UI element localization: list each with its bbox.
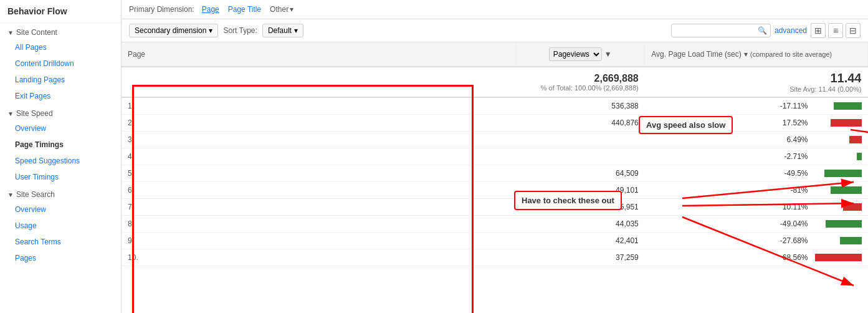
chevron-down-icon: ▼: [7, 191, 14, 198]
view-icons: ⊞ ≡ ⊟: [811, 23, 861, 38]
sidebar-section-search-items: Overview Usage Search Terms Pages: [0, 201, 121, 266]
row-num-cell: 5.: [122, 165, 516, 182]
sidebar-item-all-pages[interactable]: All Pages: [0, 39, 121, 55]
pageviews-cell: 37,259: [516, 249, 645, 266]
table-row: 9. 42,401 -27.68%: [122, 233, 868, 249]
chevron-down-icon: ▾: [294, 26, 298, 35]
data-table-container: Page Pageviews ▼ Avg. Page Load Time (se…: [122, 42, 868, 313]
sidebar-item-pages[interactable]: Pages: [0, 250, 121, 266]
table-row: 7. 45,951 10.11%: [122, 199, 868, 216]
table-row: 10. 37,259 68.56%: [122, 249, 868, 266]
search-box: 🔍: [671, 24, 771, 37]
pageviews-cell: [516, 148, 645, 165]
row-num-cell: 7.: [122, 199, 516, 216]
table-total-row: 2,669,888 % of Total: 100.00% (2,669,888…: [122, 67, 868, 97]
table-row: 8. 44,035 -49.04%: [122, 216, 868, 233]
grid-view-icon[interactable]: ⊞: [811, 23, 826, 38]
sidebar-item-page-timings[interactable]: Page Timings: [0, 137, 121, 153]
speed-bar: [812, 119, 862, 127]
sort-type-dropdown[interactable]: Default ▾: [262, 24, 303, 37]
pageviews-cell: 42,401: [516, 233, 645, 249]
speed-bar: [812, 102, 862, 110]
dim-other-dropdown[interactable]: Other ▾: [270, 5, 293, 14]
row-num-cell: 6.: [122, 182, 516, 199]
col-header-page: Page: [122, 42, 516, 67]
chevron-down-icon: ▾: [209, 26, 212, 35]
sidebar: Behavior Flow ▼ Site Content All Pages C…: [0, 0, 122, 313]
speed-bar: [812, 203, 862, 211]
sidebar-header: Behavior Flow: [0, 0, 121, 23]
pageviews-cell: 45,951: [516, 199, 645, 216]
pageviews-select[interactable]: Pageviews: [549, 47, 602, 61]
chevron-down-icon: ▾: [290, 5, 293, 14]
toolbar-right: 🔍 advanced ⊞ ≡ ⊟: [671, 23, 861, 38]
speed-cell: 17.52%: [645, 115, 868, 132]
row-num-cell: 2.: [122, 115, 516, 132]
pageviews-cell: 64,509: [516, 165, 645, 182]
chevron-down-icon: ▼: [7, 29, 14, 36]
sort-down-icon[interactable]: ▼: [604, 50, 612, 59]
sidebar-item-landing-pages[interactable]: Landing Pages: [0, 72, 121, 88]
row-num-cell: 10.: [122, 249, 516, 266]
sidebar-item-exit-pages[interactable]: Exit Pages: [0, 88, 121, 104]
speed-bar: [812, 254, 862, 261]
secondary-dimension-dropdown[interactable]: Secondary dimension ▾: [129, 24, 218, 37]
sidebar-item-speed-overview[interactable]: Overview: [0, 120, 121, 137]
sidebar-section-site-speed[interactable]: ▼ Site Speed: [0, 104, 121, 120]
row-num-cell: 8.: [122, 216, 516, 233]
speed-cell: -2.71%: [645, 148, 868, 165]
search-icon[interactable]: 🔍: [758, 26, 767, 35]
sidebar-section-site-content[interactable]: ▼ Site Content: [0, 23, 121, 39]
table-row: 2. 440,876 17.52%: [122, 115, 868, 132]
table-row: 1. 536,388 -17.11%: [122, 97, 868, 115]
sidebar-item-speed-suggestions[interactable]: Speed Suggestions: [0, 153, 121, 169]
primary-dim-label: Primary Dimension:: [129, 5, 194, 14]
table-row: 3. 6.49%: [122, 132, 868, 148]
data-table: Page Pageviews ▼ Avg. Page Load Time (se…: [122, 42, 868, 266]
pageviews-cell: [516, 132, 645, 148]
speed-cell: -49.5%: [645, 165, 868, 182]
speed-bar: [812, 136, 862, 143]
chevron-down-icon[interactable]: ▾: [744, 50, 748, 59]
speed-cell: -81%: [645, 182, 868, 199]
sidebar-section-content-items: All Pages Content Drilldown Landing Page…: [0, 39, 121, 104]
table-row: 4. -2.71%: [122, 148, 868, 165]
search-input[interactable]: [677, 26, 758, 35]
total-label-cell: [122, 67, 516, 97]
dim-page-title-link[interactable]: Page Title: [228, 5, 261, 14]
pageviews-cell: 536,388: [516, 97, 645, 115]
speed-bar: [812, 220, 862, 228]
total-speed-cell: 11.44 Site Avg: 11.44 (0.00%): [645, 67, 868, 97]
sidebar-section-site-search[interactable]: ▼ Site Search: [0, 185, 121, 201]
table-row: 6. 49,101 -81%: [122, 182, 868, 199]
sidebar-item-content-drilldown[interactable]: Content Drilldown: [0, 55, 121, 72]
speed-cell: 68.56%: [645, 249, 868, 266]
primary-dimension-bar: Primary Dimension: Page Page Title Other…: [122, 0, 868, 19]
list-view-icon[interactable]: ≡: [828, 23, 843, 38]
row-num-cell: 4.: [122, 148, 516, 165]
speed-bar: [812, 153, 862, 160]
main-content: Primary Dimension: Page Page Title Other…: [122, 0, 868, 313]
speed-cell: -17.11%: [645, 97, 868, 115]
chevron-down-icon: ▼: [7, 110, 14, 117]
table-view-icon[interactable]: ⊟: [846, 23, 861, 38]
sidebar-item-usage[interactable]: Usage: [0, 218, 121, 234]
sidebar-item-search-terms[interactable]: Search Terms: [0, 234, 121, 250]
speed-bar: [812, 237, 862, 244]
sidebar-item-user-timings[interactable]: User Timings: [0, 169, 121, 185]
secondary-bar: Secondary dimension ▾ Sort Type: Default…: [122, 19, 868, 42]
speed-cell: 10.11%: [645, 199, 868, 216]
pageviews-cell: 49,101: [516, 182, 645, 199]
sidebar-section-speed-items: Overview Page Timings Speed Suggestions …: [0, 120, 121, 185]
total-pageviews-cell: 2,669,888 % of Total: 100.00% (2,669,888…: [516, 67, 645, 97]
dim-page-link[interactable]: Page: [202, 5, 219, 14]
row-num-cell: 9.: [122, 233, 516, 249]
row-num-cell: 1.: [122, 97, 516, 115]
table-row: 5. 64,509 -49.5%: [122, 165, 868, 182]
speed-bar: [812, 170, 862, 177]
speed-cell: 6.49%: [645, 132, 868, 148]
advanced-link[interactable]: advanced: [775, 26, 807, 35]
sidebar-item-search-overview[interactable]: Overview: [0, 201, 121, 218]
pageviews-cell: 44,035: [516, 216, 645, 233]
pageviews-cell: 440,876: [516, 115, 645, 132]
